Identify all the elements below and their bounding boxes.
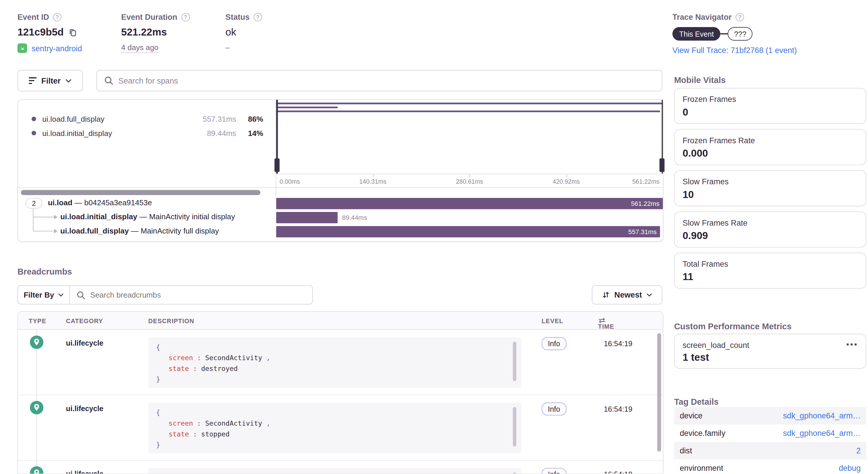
breadcrumb-time: 16:54:19: [582, 339, 632, 348]
span-op: ui.load: [48, 199, 72, 207]
legend-dot-icon: [31, 117, 36, 121]
tag-row: device sdk_gphone64_arm…: [674, 407, 866, 424]
event-time-ago: 4 days ago: [121, 43, 158, 53]
time-axis: 0.00ms 140.31ms 280.61ms 420.92ms 561.22…: [276, 174, 663, 187]
legend-percent: 14%: [236, 129, 263, 137]
status-block: Status ? ok –: [225, 12, 262, 52]
span-row[interactable]: 2 ui.load — b04245a3ea91453e 561.22ms: [18, 196, 663, 210]
vital-card: Frozen Frames Rate 0.000: [674, 129, 866, 165]
help-icon[interactable]: ?: [253, 13, 262, 21]
tag-value-link[interactable]: sdk_gphone64_arm…: [783, 428, 861, 438]
breadcrumb-filter-group: Filter By: [18, 285, 313, 304]
chevron-down-icon: [647, 293, 652, 297]
vital-value: 0.909: [683, 230, 708, 242]
span-waterfall-panel: ui.load.full_display 557.31ms 86% ui.loa…: [18, 99, 663, 242]
minimap-left-grabber[interactable]: [275, 158, 279, 172]
project-link[interactable]: sentry-android: [31, 44, 82, 53]
vital-value: 10: [683, 189, 694, 201]
span-duration-label: 561.22ms: [631, 198, 659, 209]
help-icon[interactable]: ?: [181, 13, 190, 21]
scrollbar-thumb[interactable]: [21, 190, 260, 195]
filter-icon: [29, 77, 37, 84]
col-description: DESCRIPTION: [148, 317, 194, 324]
legend-item: ui.load.full_display 557.31ms 86%: [18, 112, 276, 125]
event-id-block: Event ID ? 121c9b5d sentry-android: [18, 12, 82, 53]
breadcrumbs-title: Breadcrumbs: [18, 267, 72, 276]
axis-tick-label: 280.61ms: [456, 178, 483, 185]
axis-tick-label: 561.22ms: [632, 178, 659, 185]
table-scrollbar-thumb[interactable]: [657, 333, 661, 452]
breadcrumb-category: ui.lifecycle: [66, 470, 104, 474]
span-row[interactable]: ui.load.full_display — MainActivity full…: [18, 225, 663, 238]
location-pin-icon: [30, 401, 43, 414]
right-sidebar: Mobile Vitals Frozen Frames 0 Frozen Fra…: [674, 0, 868, 474]
vital-label: Frozen Frames Rate: [683, 136, 755, 145]
event-id-label-row: Event ID ?: [18, 12, 82, 22]
vital-card: Slow Frames 10: [674, 170, 866, 206]
span-duration-label: 89.44ms: [342, 212, 367, 223]
filter-button-label: Filter: [41, 76, 61, 85]
help-icon[interactable]: ?: [53, 13, 61, 21]
code-scrollbar-thumb[interactable]: [513, 407, 516, 447]
event-detail-page: Event ID ? 121c9b5d sentry-android Event…: [0, 0, 868, 474]
breadcrumb-time: 16:54:19: [582, 405, 632, 413]
col-type: TYPE: [29, 317, 46, 324]
search-icon: [76, 291, 85, 299]
ellipsis-icon[interactable]: [846, 343, 857, 346]
swap-arrows-icon: [598, 317, 606, 324]
tag-value-link[interactable]: sdk_gphone64_arm…: [783, 411, 861, 420]
status-sub: –: [225, 43, 262, 52]
span-duration-bar[interactable]: 561.22ms: [276, 198, 663, 209]
breadcrumb-row[interactable]: ui.lifecycle { screen : SecondActivity ,…: [18, 330, 663, 395]
span-search-input[interactable]: [119, 76, 654, 85]
vital-label: Slow Frames: [683, 177, 728, 186]
breadcrumb-row[interactable]: ui.lifecycle { Info 16:54:18: [18, 461, 663, 474]
trace-minimap[interactable]: [276, 100, 663, 174]
event-duration-value: 521.22ms: [121, 27, 167, 38]
breadcrumb-category: ui.lifecycle: [66, 404, 104, 413]
android-icon: [18, 43, 27, 53]
tag-row: dist 2: [674, 442, 866, 460]
level-badge: Info: [542, 403, 566, 416]
legend-dot-icon: [31, 131, 36, 135]
tag-row: device.family sdk_gphone64_arm…: [674, 424, 866, 442]
tag-value-link[interactable]: debug: [839, 464, 861, 473]
mobile-vitals-title: Mobile Vitals: [674, 75, 726, 85]
sort-newest-button[interactable]: Newest: [592, 285, 662, 304]
col-time: TIME: [598, 323, 614, 330]
filter-by-dropdown[interactable]: Filter By: [18, 286, 70, 304]
minimap-right-grabber[interactable]: [659, 158, 664, 172]
tag-key: device: [680, 411, 702, 420]
legend-percent: 86%: [236, 115, 263, 123]
metric-value: 1 test: [683, 352, 709, 364]
tag-value-link[interactable]: 2: [856, 446, 861, 455]
span-tree: 2 ui.load — b04245a3ea91453e 561.22ms ui…: [18, 196, 663, 241]
breadcrumb-row[interactable]: ui.lifecycle { screen : SecondActivity ,…: [18, 395, 663, 461]
axis-tick-label: 140.31ms: [359, 178, 386, 185]
breadcrumb-category: ui.lifecycle: [66, 339, 104, 347]
status-value: ok: [225, 27, 236, 38]
vital-label: Total Frames: [683, 260, 728, 268]
col-time-sort[interactable]: TIME: [598, 317, 606, 324]
breadcrumb-time: 16:54:18: [582, 470, 632, 474]
span-duration-bar[interactable]: 557.31ms: [276, 226, 660, 237]
breadcrumbs-table-header: TYPE CATEGORY DESCRIPTION LEVEL TIME: [18, 312, 663, 330]
span-op: ui.load.full_display: [60, 227, 129, 235]
sort-newest-label: Newest: [615, 290, 642, 299]
filter-button[interactable]: Filter: [18, 70, 83, 91]
span-op: ui.load.initial_display: [60, 212, 137, 221]
status-label: Status: [225, 12, 250, 22]
level-badge: Info: [542, 337, 566, 350]
code-scrollbar-thumb[interactable]: [513, 473, 516, 474]
tag-key: environment: [680, 464, 723, 473]
code-scrollbar-thumb[interactable]: [513, 342, 516, 381]
minimap-span-bar: [276, 111, 660, 112]
legend-name: ui.load.full_display: [42, 115, 189, 123]
span-count-badge[interactable]: 2: [25, 198, 42, 209]
custom-metric-card: screen_load_count 1 test: [674, 334, 866, 368]
span-row[interactable]: ui.load.initial_display — MainActivity i…: [18, 210, 663, 224]
vital-value: 0.000: [683, 148, 708, 159]
breadcrumb-search-input[interactable]: [90, 291, 306, 299]
copy-icon[interactable]: [68, 28, 77, 37]
span-duration-bar[interactable]: [276, 212, 338, 223]
